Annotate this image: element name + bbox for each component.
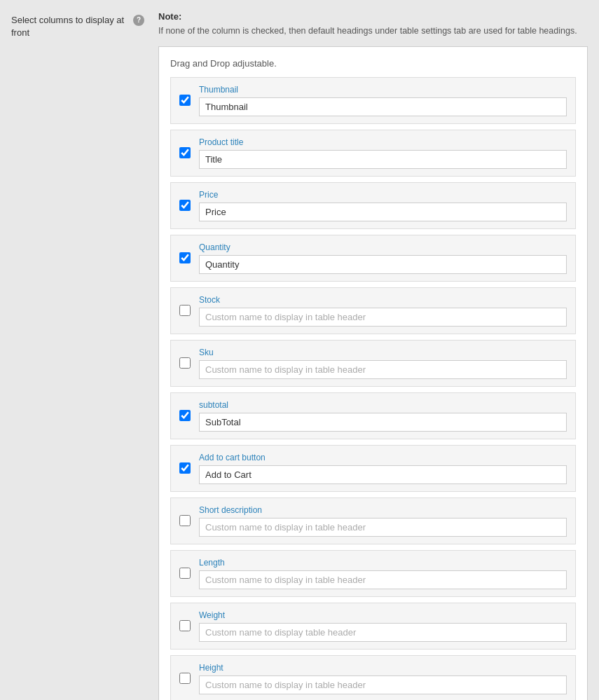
field-label-height: Height (199, 663, 567, 673)
checkbox-wrap-short_description (179, 515, 191, 526)
field-label-add_to_cart: Add to cart button (199, 453, 567, 462)
checkbox-add_to_cart[interactable] (179, 462, 191, 474)
checkbox-product_title[interactable] (179, 147, 191, 158)
field-label-short_description: Short description (199, 505, 567, 515)
field-wrap-stock: Stock (199, 295, 567, 327)
field-input-height[interactable] (199, 675, 567, 694)
column-item-quantity: Quantity (170, 235, 576, 282)
column-item-add_to_cart: Add to cart button (170, 445, 576, 492)
field-wrap-weight: Weight (199, 610, 567, 642)
help-icon[interactable]: ? (133, 15, 144, 26)
field-label-sku: Sku (199, 348, 567, 357)
field-input-subtotal[interactable] (199, 413, 567, 432)
field-input-price[interactable] (199, 203, 567, 221)
field-input-length[interactable] (199, 570, 567, 589)
checkbox-length[interactable] (179, 568, 191, 579)
drag-drop-label: Drag and Drop adjustable. (170, 58, 576, 69)
field-input-thumbnail[interactable] (199, 97, 567, 116)
column-item-price: Price (170, 182, 576, 229)
field-wrap-height: Height (199, 663, 567, 694)
note-text: If none of the column is checked, then d… (158, 25, 588, 38)
field-wrap-short_description: Short description (199, 505, 567, 537)
field-input-product_title[interactable] (199, 150, 567, 169)
field-wrap-subtotal: subtotal (199, 400, 567, 432)
main-content: Note: If none of the column is checked, … (158, 11, 588, 700)
sidebar: Select columns to display at front ? (11, 11, 144, 700)
columns-panel: Drag and Drop adjustable. ThumbnailProdu… (158, 46, 588, 700)
checkbox-wrap-add_to_cart (179, 462, 191, 474)
checkbox-wrap-thumbnail (179, 95, 191, 106)
checkbox-wrap-length (179, 568, 191, 579)
checkbox-wrap-sku (179, 357, 191, 369)
checkbox-wrap-product_title (179, 147, 191, 158)
field-label-length: Length (199, 558, 567, 568)
column-item-thumbnail: Thumbnail (170, 77, 576, 124)
checkbox-wrap-height (179, 673, 191, 684)
field-label-quantity: Quantity (199, 242, 567, 252)
checkbox-wrap-price (179, 200, 191, 211)
field-label-weight: Weight (199, 610, 567, 620)
field-wrap-length: Length (199, 558, 567, 589)
field-input-stock[interactable] (199, 308, 567, 327)
columns-list: ThumbnailProduct titlePriceQuantityStock… (170, 77, 576, 700)
field-label-thumbnail: Thumbnail (199, 85, 567, 95)
field-label-product_title: Product title (199, 137, 567, 147)
checkbox-thumbnail[interactable] (179, 95, 191, 106)
checkbox-wrap-stock (179, 305, 191, 316)
column-item-subtotal: subtotal (170, 392, 576, 439)
field-input-sku[interactable] (199, 360, 567, 379)
field-label-subtotal: subtotal (199, 400, 567, 410)
field-wrap-product_title: Product title (199, 137, 567, 169)
checkbox-wrap-weight (179, 620, 191, 631)
field-input-short_description[interactable] (199, 518, 567, 537)
checkbox-wrap-subtotal (179, 410, 191, 421)
checkbox-stock[interactable] (179, 305, 191, 316)
checkbox-weight[interactable] (179, 620, 191, 631)
field-input-add_to_cart[interactable] (199, 465, 567, 484)
checkbox-height[interactable] (179, 673, 191, 684)
checkbox-short_description[interactable] (179, 515, 191, 526)
checkbox-wrap-quantity (179, 252, 191, 263)
note-box: Note: If none of the column is checked, … (158, 11, 588, 38)
column-item-stock: Stock (170, 287, 576, 334)
checkbox-sku[interactable] (179, 357, 191, 369)
sidebar-label: Select columns to display at front ? (11, 14, 144, 39)
field-label-price: Price (199, 190, 567, 200)
checkbox-subtotal[interactable] (179, 410, 191, 421)
note-label: Note: (158, 11, 588, 22)
field-wrap-sku: Sku (199, 348, 567, 379)
field-wrap-price: Price (199, 190, 567, 221)
column-item-length: Length (170, 550, 576, 597)
field-input-weight[interactable] (199, 623, 567, 642)
checkbox-price[interactable] (179, 200, 191, 211)
field-label-stock: Stock (199, 295, 567, 305)
field-wrap-thumbnail: Thumbnail (199, 85, 567, 116)
field-wrap-quantity: Quantity (199, 242, 567, 274)
field-wrap-add_to_cart: Add to cart button (199, 453, 567, 484)
column-item-height: Height (170, 655, 576, 700)
checkbox-quantity[interactable] (179, 252, 191, 263)
column-item-product_title: Product title (170, 130, 576, 177)
column-item-weight: Weight (170, 603, 576, 650)
column-item-short_description: Short description (170, 497, 576, 544)
column-item-sku: Sku (170, 340, 576, 387)
field-input-quantity[interactable] (199, 255, 567, 274)
